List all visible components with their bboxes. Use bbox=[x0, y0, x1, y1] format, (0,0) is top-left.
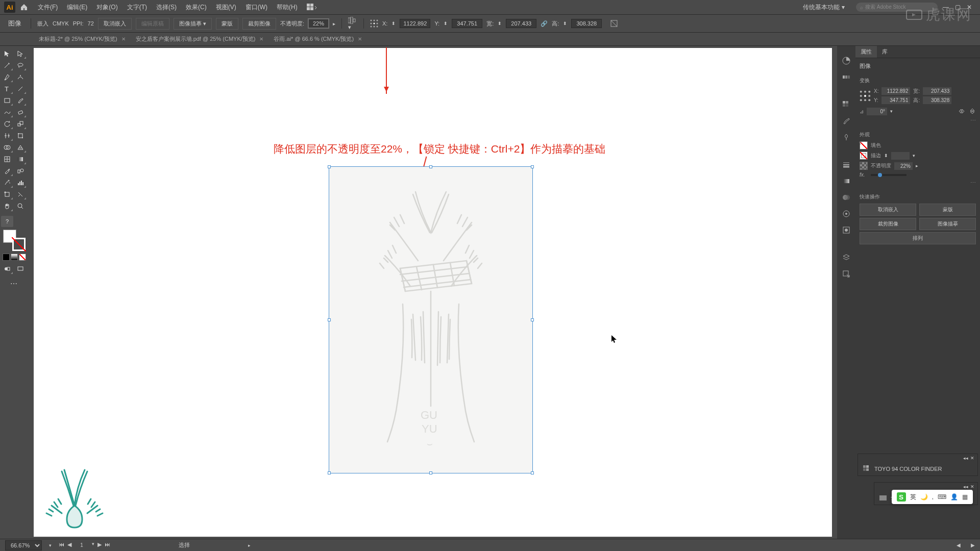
stroke-weight-stepper[interactable]: ⬍ bbox=[884, 153, 888, 158]
close-icon[interactable]: ✕ bbox=[358, 36, 362, 42]
eraser-tool[interactable] bbox=[14, 107, 27, 118]
slider-knob[interactable] bbox=[878, 173, 882, 177]
scroll-left-icon[interactable]: ◀ bbox=[957, 542, 961, 548]
prop-y-field[interactable] bbox=[881, 96, 910, 104]
link-icon[interactable]: 🔗 bbox=[541, 20, 548, 27]
menu-arrange-docs[interactable] bbox=[303, 2, 321, 13]
artboard-tool[interactable] bbox=[1, 189, 13, 200]
person-icon[interactable]: 👤 bbox=[950, 493, 958, 500]
quick-arrange-button[interactable]: 排列 bbox=[860, 232, 976, 244]
image-trace-button[interactable]: 图像描摹 ▾ bbox=[174, 18, 212, 30]
menu-type[interactable]: 文字(T) bbox=[123, 1, 151, 14]
symbol-sprayer-tool[interactable] bbox=[1, 177, 13, 188]
last-artboard-icon[interactable]: ⏭ bbox=[105, 541, 110, 549]
free-transform-tool[interactable] bbox=[14, 130, 27, 141]
canvas-area[interactable]: 降低图层的不透明度至22%，【锁定 快捷键：Ctrl+2】作为描摹的基础 bbox=[29, 46, 837, 539]
handle-w[interactable] bbox=[328, 318, 331, 321]
ime-toolbar[interactable]: S 英 🌙 , ⌨ 👤 ▦ bbox=[892, 490, 973, 504]
home-icon[interactable] bbox=[18, 2, 30, 13]
magic-wand-tool[interactable] bbox=[1, 60, 13, 71]
handle-nw[interactable] bbox=[328, 165, 331, 168]
more-options-icon[interactable]: ⋯ bbox=[860, 117, 976, 124]
draw-mode[interactable] bbox=[1, 263, 13, 274]
tab-doc-1[interactable]: 未标题-2* @ 25% (CMYK/预览)✕ bbox=[34, 33, 131, 45]
stroke-swatch[interactable] bbox=[860, 152, 868, 160]
y-field[interactable] bbox=[452, 19, 482, 28]
transparency-panel-icon[interactable] bbox=[841, 192, 852, 203]
mesh-tool[interactable] bbox=[1, 154, 13, 165]
direct-selection-tool[interactable] bbox=[14, 48, 27, 59]
none-color[interactable] bbox=[19, 254, 26, 261]
status-flyout-icon[interactable]: ▸ bbox=[248, 543, 251, 548]
solid-color[interactable] bbox=[3, 254, 10, 261]
close-icon[interactable]: ✕ bbox=[121, 36, 126, 42]
tab-properties[interactable]: 属性 bbox=[855, 46, 877, 58]
link-xy-icon[interactable]: ⬍ bbox=[444, 21, 448, 26]
prop-h-field[interactable] bbox=[923, 96, 951, 104]
link-wh-icon[interactable]: ⬍ bbox=[498, 21, 502, 26]
quick-unembed-button[interactable]: 取消嵌入 bbox=[860, 204, 916, 216]
width-tool[interactable] bbox=[1, 130, 13, 141]
mask-button[interactable]: 蒙版 bbox=[216, 18, 238, 30]
close-icon[interactable]: ✕ bbox=[970, 456, 974, 461]
quick-trace-button[interactable]: 图像描摹 bbox=[919, 218, 976, 230]
moon-icon[interactable]: 🌙 bbox=[920, 493, 928, 500]
collapse-icon[interactable]: ◂◂ bbox=[963, 484, 968, 489]
tab-doc-2[interactable]: 安之盾客户案例展示墙.pdf @ 25% (CMYK/预览)✕ bbox=[131, 33, 269, 45]
fill-swatch[interactable]: ? bbox=[860, 141, 868, 149]
tab-doc-3[interactable]: 谷雨.ai* @ 66.6 % (CMYK/预览)✕ bbox=[268, 33, 367, 45]
ime-lang[interactable]: 英 bbox=[910, 493, 916, 502]
zoom-select[interactable]: 66.67% bbox=[5, 540, 42, 550]
keyboard-icon[interactable]: ⌨ bbox=[938, 493, 946, 500]
symbols-panel-icon[interactable] bbox=[841, 132, 852, 143]
menu-window[interactable]: 窗口(W) bbox=[241, 1, 272, 14]
transform-ref-icon[interactable] bbox=[860, 90, 871, 102]
stroke-panel-icon[interactable] bbox=[841, 159, 852, 170]
handle-e[interactable] bbox=[531, 318, 534, 321]
transform-ref-icon[interactable] bbox=[370, 19, 378, 28]
prop-x-field[interactable] bbox=[881, 87, 910, 95]
color-panel-icon[interactable] bbox=[841, 55, 852, 66]
opacity-slider[interactable] bbox=[871, 174, 906, 176]
curvature-tool[interactable] bbox=[14, 71, 27, 83]
prop-opacity-field[interactable] bbox=[894, 162, 913, 170]
menu-file[interactable]: 文件(F) bbox=[34, 1, 62, 14]
crop-button[interactable]: 裁剪图像 bbox=[242, 18, 276, 30]
paintbrush-tool[interactable] bbox=[14, 95, 27, 106]
artboard-number-field[interactable] bbox=[75, 541, 89, 549]
next-artboard-icon[interactable]: ▶ bbox=[97, 541, 102, 549]
swatches-panel-icon[interactable] bbox=[841, 99, 852, 110]
quick-mask-button[interactable]: 蒙版 bbox=[919, 204, 976, 216]
shape-builder-tool[interactable] bbox=[1, 142, 13, 153]
lasso-tool[interactable] bbox=[14, 60, 27, 71]
gradient-panel-icon[interactable] bbox=[841, 176, 852, 187]
menu-select[interactable]: 选择(S) bbox=[152, 1, 181, 14]
opacity-flyout-icon[interactable]: ▸ bbox=[333, 21, 335, 27]
flip-v-icon[interactable] bbox=[969, 107, 976, 115]
line-tool[interactable] bbox=[14, 83, 27, 94]
type-tool[interactable]: T bbox=[1, 83, 13, 94]
grid-icon[interactable]: ▦ bbox=[962, 493, 968, 500]
opacity-field[interactable]: 22% bbox=[308, 19, 329, 28]
workspace-switcher[interactable]: 传统基本功能 ▾ bbox=[797, 1, 851, 14]
pen-tool[interactable] bbox=[1, 71, 13, 83]
gradient-color[interactable] bbox=[11, 254, 18, 261]
stroke-swatch[interactable] bbox=[12, 238, 26, 251]
rectangle-tool[interactable] bbox=[1, 95, 13, 106]
blend-tool[interactable] bbox=[14, 165, 27, 177]
close-icon[interactable]: ✕ bbox=[259, 36, 263, 42]
scroll-right-icon[interactable]: ▶ bbox=[971, 542, 975, 548]
handle-s[interactable] bbox=[429, 471, 432, 474]
selection-tool[interactable] bbox=[1, 48, 13, 59]
asset-export-icon[interactable] bbox=[841, 268, 852, 280]
brushes-panel-icon[interactable] bbox=[841, 115, 852, 127]
edit-toolbar[interactable]: ⋯ bbox=[1, 278, 27, 289]
menu-effect[interactable]: 效果(C) bbox=[182, 1, 211, 14]
stroke-weight-field[interactable] bbox=[891, 152, 910, 160]
chevron-down-icon[interactable]: ▾ bbox=[913, 153, 915, 158]
prev-artboard-icon[interactable]: ◀ bbox=[67, 541, 71, 549]
collapse-icon[interactable]: ◂◂ bbox=[963, 456, 968, 461]
handle-n[interactable] bbox=[429, 165, 432, 168]
menu-help[interactable]: 帮助(H) bbox=[273, 1, 302, 14]
zoom-tool[interactable] bbox=[14, 201, 27, 212]
